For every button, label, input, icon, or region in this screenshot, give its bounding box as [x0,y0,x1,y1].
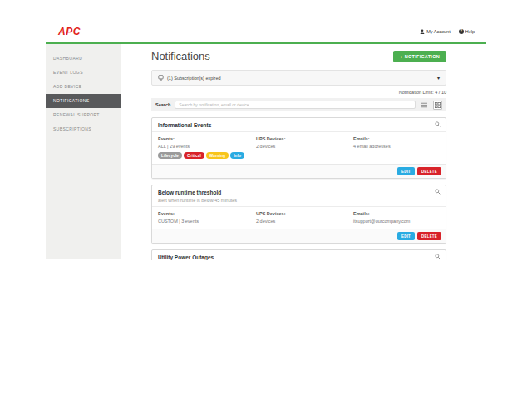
search-details-icon[interactable] [435,254,441,259]
my-account-button[interactable]: My Account [420,29,450,34]
emails-value: itsupport@ourcompany.com [353,219,440,224]
emails-value: 4 email addresses [353,144,440,149]
badge-critical: Critical [184,152,204,159]
events-value: CUSTOM | 3 events [158,219,256,224]
events-label: Events: [158,211,256,216]
subscription-expired-banner[interactable]: (1) Subscription(s) expired ▾ [151,70,446,86]
emails-label: Emails: [353,211,440,216]
apc-logo: APC [58,26,81,37]
sidebar-item-notifications[interactable]: NOTIFICATIONS [46,94,121,108]
top-header: APC My Account ? Help [46,21,486,44]
sidebar-item-dashboard[interactable]: DASHBOARD [46,52,121,66]
grid-view-icon [435,102,441,108]
card-subtitle: alert when runtime is below 45 minutes [158,198,440,203]
devices-label: UPS Devices: [256,136,353,141]
devices-value: 2 devices [256,219,353,224]
severity-badges: Lifecycle Critical Warning Info [158,152,256,159]
card-title: Informational Events [158,122,440,128]
help-icon: ? [459,29,464,34]
notification-limit: Notification Limit: 4 / 10 [151,90,446,95]
search-label: Search [155,102,170,107]
delete-button[interactable]: DELETE [417,167,441,175]
devices-value: 2 devices [256,144,353,149]
badge-info: Info [230,152,244,159]
main-content: Notifications + NOTIFICATION (1) Subscri… [121,44,486,259]
sidebar-item-renewal-support[interactable]: RENEWAL SUPPORT [46,108,121,122]
chevron-down-icon[interactable]: ▾ [437,75,440,81]
events-value: ALL | 29 events [158,144,256,149]
add-notification-button[interactable]: + NOTIFICATION [393,51,446,62]
list-view-icon [421,102,427,108]
header-links: My Account ? Help [420,29,475,34]
edit-button[interactable]: EDIT [397,167,415,175]
sidebar-item-add-device[interactable]: ADD DEVICE [46,80,121,94]
search-input[interactable] [175,101,416,109]
notification-card: Informational Events Events: ALL | 29 ev… [151,117,446,179]
notification-card: Utility Power Outages Utility Power Out … [151,249,446,260]
my-account-label: My Account [426,29,450,34]
events-label: Events: [158,136,256,141]
notification-card: Below runtime threshold alert when runti… [151,185,446,244]
sidebar: DASHBOARD EVENT LOGS ADD DEVICE NOTIFICA… [46,44,121,259]
devices-label: UPS Devices: [256,211,353,216]
sidebar-item-event-logs[interactable]: EVENT LOGS [46,66,121,80]
banner-text: (1) Subscription(s) expired [167,76,221,81]
user-icon [420,29,425,34]
app-page: APC My Account ? Help DASHBOARD EVENT LO… [46,21,486,260]
search-details-icon[interactable] [435,121,441,127]
badge-lifecycle: Lifecycle [158,152,182,159]
edit-button[interactable]: EDIT [397,232,415,240]
card-title: Utility Power Outages [158,254,440,260]
help-button[interactable]: ? Help [459,29,475,34]
list-view-button[interactable] [420,101,429,110]
device-icon [158,75,164,81]
emails-label: Emails: [353,136,440,141]
page-title: Notifications [151,50,210,62]
delete-button[interactable]: DELETE [417,232,441,240]
search-bar: Search [151,98,446,111]
badge-warning: Warning [206,152,229,159]
search-details-icon[interactable] [435,189,441,195]
sidebar-item-subscriptions[interactable]: SUBSCRIPTIONS [46,122,121,136]
help-label: Help [466,29,475,34]
grid-view-button[interactable] [433,101,442,110]
card-title: Below runtime threshold [158,190,440,195]
